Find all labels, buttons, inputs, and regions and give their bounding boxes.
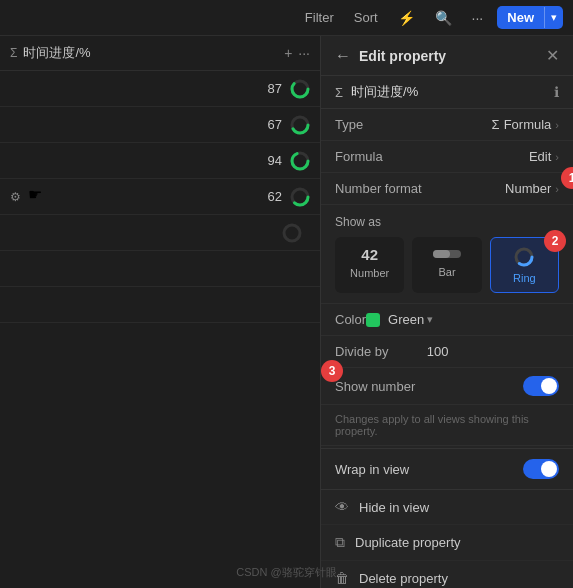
type-value[interactable]: Σ Formula › xyxy=(492,117,559,132)
color-value: Green xyxy=(388,312,424,327)
note-text: Changes apply to all views showing this … xyxy=(321,405,573,446)
property-name-input[interactable] xyxy=(351,85,546,100)
ring-label: Ring xyxy=(513,272,536,284)
show-as-bar-option[interactable]: Bar xyxy=(412,237,481,293)
show-as-label: Show as xyxy=(335,215,559,229)
sigma-icon: Σ xyxy=(10,46,17,60)
toolbar: Filter Sort ⚡ 🔍 ··· New ▾ xyxy=(0,0,573,36)
column-title: 时间进度/% xyxy=(23,44,90,62)
formula-chevron: › xyxy=(555,151,559,163)
cell-value-2: 67 xyxy=(268,117,282,132)
svg-rect-10 xyxy=(433,250,450,258)
panel-header: ← Edit property ✕ xyxy=(321,36,573,76)
wrap-in-view-row: Wrap in view xyxy=(321,448,573,490)
show-number-row: Show number 3 xyxy=(321,368,573,405)
divide-by-label: Divide by xyxy=(335,344,388,359)
watermark: CSDN @骆驼穿针眼 xyxy=(236,565,336,580)
duplicate-icon: ⧉ xyxy=(335,534,345,551)
show-number-label: Show number xyxy=(335,379,415,394)
number-format-value[interactable]: Number › xyxy=(505,181,559,196)
empty-row xyxy=(0,251,320,287)
type-icon: Σ xyxy=(492,117,500,132)
empty-row-2 xyxy=(0,287,320,323)
new-button-group: New ▾ xyxy=(497,6,563,29)
color-selector[interactable]: Green ▾ xyxy=(366,312,433,327)
lightning-icon[interactable]: ⚡ xyxy=(392,7,421,29)
table-row: 87 xyxy=(0,71,320,107)
number-label: Number xyxy=(350,267,389,279)
badge-3: 3 xyxy=(321,360,343,382)
more-icon[interactable]: ··· xyxy=(466,7,490,29)
bar-icon xyxy=(433,246,461,262)
cell-value-1: 87 xyxy=(268,81,282,96)
cell-value-3: 94 xyxy=(268,153,282,168)
hide-label: Hide in view xyxy=(359,500,429,515)
filter-button[interactable]: Filter xyxy=(299,7,340,28)
show-as-options: 42 Number Bar Ring xyxy=(335,237,559,293)
type-chevron: › xyxy=(555,119,559,131)
wrap-toggle[interactable] xyxy=(523,459,559,479)
column-more-icon[interactable]: ··· xyxy=(298,45,310,61)
table-row: 94 xyxy=(0,143,320,179)
ring-2 xyxy=(290,115,310,135)
table-header: Σ 时间进度/% + ··· xyxy=(0,36,320,71)
show-as-section: Show as 42 Number Bar xyxy=(321,205,573,304)
search-icon[interactable]: 🔍 xyxy=(429,7,458,29)
badge-2: 2 xyxy=(544,230,566,252)
formula-value[interactable]: Edit › xyxy=(529,149,559,164)
wrap-label: Wrap in view xyxy=(335,462,523,477)
show-number-toggle[interactable] xyxy=(523,376,559,396)
edit-property-panel: ← Edit property ✕ Σ ℹ Type Σ Formula › F… xyxy=(320,36,573,588)
table-footer-row xyxy=(0,215,320,251)
ring-empty xyxy=(282,223,302,243)
duplicate-label: Duplicate property xyxy=(355,535,461,550)
number-icon: 42 xyxy=(361,246,378,263)
badge-1: 1 xyxy=(561,167,573,189)
delete-label: Delete property xyxy=(359,571,448,586)
type-label: Type xyxy=(335,117,425,132)
formula-row: Formula Edit › xyxy=(321,141,573,173)
table-area: Σ 时间进度/% + ··· 87 67 94 xyxy=(0,36,320,588)
bar-label: Bar xyxy=(438,266,455,278)
prop-sigma-icon: Σ xyxy=(335,85,343,100)
delete-icon: 🗑 xyxy=(335,570,349,586)
hide-icon: 👁 xyxy=(335,499,349,515)
cell-value-4: 62 xyxy=(268,189,282,204)
hide-in-view-row[interactable]: 👁 Hide in view xyxy=(321,490,573,525)
number-format-row: Number format Number › 1 xyxy=(321,173,573,205)
panel-title: Edit property xyxy=(359,48,546,64)
number-format-label: Number format xyxy=(335,181,425,196)
divide-by-row: Divide by xyxy=(321,336,573,368)
ring-option-icon xyxy=(513,246,535,268)
divide-by-input[interactable] xyxy=(388,344,448,359)
sort-button[interactable]: Sort xyxy=(348,7,384,28)
row-icon: ⚙ xyxy=(10,190,21,204)
new-dropdown-arrow[interactable]: ▾ xyxy=(544,7,563,28)
show-as-number-option[interactable]: 42 Number xyxy=(335,237,404,293)
formula-label: Formula xyxy=(335,149,425,164)
color-chevron: ▾ xyxy=(427,313,433,326)
table-row: 67 xyxy=(0,107,320,143)
color-row: Color Green ▾ xyxy=(321,304,573,336)
add-column-icon[interactable]: + xyxy=(284,45,292,61)
ring-3 xyxy=(290,151,310,171)
color-label: Color xyxy=(335,312,366,327)
ring-1 xyxy=(290,79,310,99)
show-as-ring-option[interactable]: Ring 2 xyxy=(490,237,559,293)
color-dot xyxy=(366,313,380,327)
duplicate-property-row[interactable]: ⧉ Duplicate property xyxy=(321,525,573,561)
prop-info-icon[interactable]: ℹ xyxy=(554,84,559,100)
table-row: ⚙ 62 ☛ xyxy=(0,179,320,215)
number-format-chevron: › xyxy=(555,183,559,195)
panel-back-button[interactable]: ← xyxy=(335,47,351,65)
cursor-icon: ☛ xyxy=(28,185,42,204)
main-area: Σ 时间进度/% + ··· 87 67 94 xyxy=(0,36,573,588)
ring-4 xyxy=(290,187,310,207)
type-row: Type Σ Formula › xyxy=(321,109,573,141)
property-name-row: Σ ℹ xyxy=(321,76,573,109)
panel-close-button[interactable]: ✕ xyxy=(546,46,559,65)
new-button[interactable]: New xyxy=(497,6,544,29)
delete-property-row[interactable]: 🗑 Delete property xyxy=(321,561,573,588)
column-actions: + ··· xyxy=(284,45,310,61)
svg-point-8 xyxy=(284,225,300,241)
